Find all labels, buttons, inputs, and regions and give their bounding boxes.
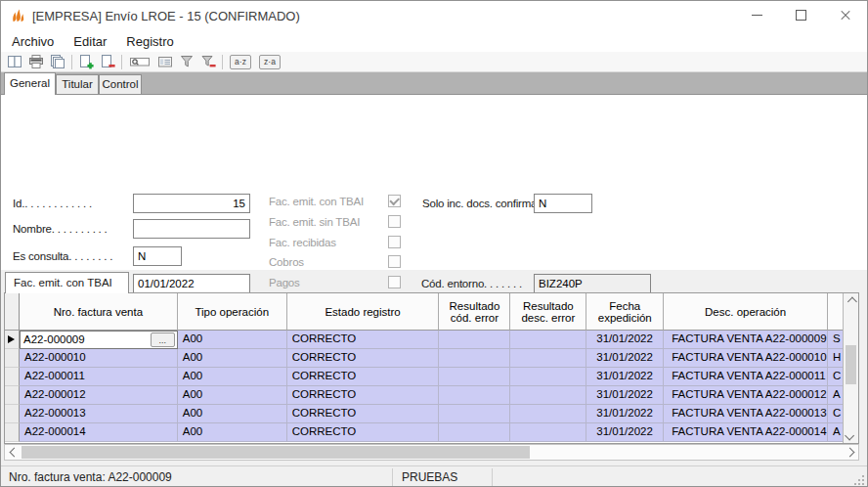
table-row[interactable]: A22-000012 A00 CORRECTO 31/01/2022 FACTU… (5, 386, 843, 405)
tab-general[interactable]: General (4, 72, 56, 95)
row-header[interactable] (5, 368, 20, 386)
add-record-icon[interactable] (75, 53, 97, 71)
remove-filter-icon[interactable] (197, 53, 219, 71)
lookup-ellipsis-button[interactable]: ... (151, 332, 175, 347)
maximize-button[interactable] (779, 1, 823, 29)
cell-estado[interactable]: CORRECTO (287, 331, 440, 349)
scroll-right-button[interactable] (842, 445, 857, 460)
es-consulta-field[interactable]: N (133, 246, 182, 266)
close-button[interactable] (823, 1, 867, 29)
cell-nro[interactable]: A22-000014 (20, 423, 178, 442)
col-fecha-expedicion[interactable]: Fecha expedición (586, 293, 664, 331)
cell-nro[interactable]: A22-000011 (20, 368, 178, 386)
cell-desc[interactable]: FACTURA VENTA A22-000014 (664, 423, 828, 442)
vertical-scroll-thumb[interactable] (846, 345, 856, 384)
print-icon[interactable] (25, 53, 47, 71)
table-row[interactable]: A22-000010 A00 CORRECTO 31/01/2022 FACTU… (5, 349, 843, 368)
cell-fecha[interactable]: 31/01/2022 (586, 331, 664, 349)
cell-desc[interactable]: FACTURA VENTA A22-000010 (664, 349, 828, 368)
scroll-up-button[interactable] (844, 293, 858, 309)
cell-desc[interactable]: FACTURA VENTA A22-000011 (664, 368, 828, 386)
cell-cod-error[interactable] (439, 423, 510, 442)
horizontal-scroll-thumb[interactable] (22, 446, 530, 459)
cell-partial[interactable]: A (828, 386, 843, 405)
cell-tipo[interactable]: A00 (178, 405, 287, 423)
col-resultado-cod-error[interactable]: Resultado cód. error (439, 293, 510, 331)
cell-partial[interactable]: C (828, 368, 843, 386)
cell-desc[interactable]: FACTURA VENTA A22-000012 (664, 386, 828, 405)
table-row[interactable]: A22-000011 A00 CORRECTO 31/01/2022 FACTU… (5, 368, 843, 386)
cell-estado[interactable]: CORRECTO (287, 386, 440, 405)
col-desc-operacion[interactable]: Desc. operación (664, 293, 828, 331)
cell-partial[interactable]: A (828, 423, 843, 442)
cell-nro[interactable]: A22-000012 (20, 386, 178, 405)
filter-icon[interactable] (176, 53, 197, 71)
horizontal-scrollbar[interactable] (4, 444, 859, 461)
cell-fecha[interactable]: 31/01/2022 (586, 386, 664, 405)
search-field-icon[interactable] (125, 53, 154, 71)
cell-estado[interactable]: CORRECTO (287, 349, 440, 368)
cell-desc-error[interactable] (510, 331, 586, 349)
row-header[interactable] (5, 405, 20, 423)
menu-registro[interactable]: Registro (116, 32, 183, 51)
menu-archivo[interactable]: Archivo (2, 32, 64, 51)
cell-tipo[interactable]: A00 (178, 349, 287, 368)
col-tipo-operacion[interactable]: Tipo operación (178, 293, 287, 331)
cell-partial[interactable]: H (828, 349, 843, 368)
minimize-button[interactable] (735, 1, 779, 29)
cell-fecha[interactable]: 31/01/2022 (586, 423, 664, 442)
cell-fecha[interactable]: 31/01/2022 (586, 405, 664, 423)
row-header[interactable] (5, 386, 20, 405)
scroll-down-button[interactable] (844, 427, 858, 443)
cell-cod-error[interactable] (439, 349, 510, 368)
cell-estado[interactable]: CORRECTO (287, 423, 440, 442)
id-field[interactable]: 15 (133, 194, 250, 213)
cell-nro[interactable]: A22-000010 (20, 349, 178, 368)
sort-descending-icon[interactable]: z·a (255, 53, 284, 71)
scroll-left-button[interactable] (6, 445, 22, 460)
cell-tipo[interactable]: A00 (178, 423, 287, 442)
col-estado-registro[interactable]: Estado registro (287, 293, 440, 331)
copy-pages-icon[interactable] (4, 53, 25, 71)
cell-desc-error[interactable] (510, 405, 586, 423)
cell-desc-error[interactable] (510, 349, 586, 368)
cell-desc[interactable]: FACTURA VENTA A22-000013 (664, 405, 828, 423)
duplicate-pages-icon[interactable] (47, 53, 68, 71)
cell-estado[interactable]: CORRECTO (287, 405, 440, 423)
row-header[interactable] (5, 349, 20, 368)
solo-inc-docs-field[interactable]: N (534, 194, 592, 213)
menu-editar[interactable]: Editar (64, 32, 116, 51)
col-resultado-desc-error[interactable]: Resultado desc. error (510, 293, 586, 331)
cell-tipo[interactable]: A00 (178, 386, 287, 405)
row-header[interactable] (5, 331, 20, 349)
cell-cod-error[interactable] (439, 386, 510, 405)
resize-grip[interactable] (853, 474, 865, 486)
detail-view-icon[interactable] (154, 53, 176, 71)
cell-partial[interactable]: S (828, 331, 843, 349)
table-row[interactable]: A22-000014 A00 CORRECTO 31/01/2022 FACTU… (5, 423, 843, 442)
cell-tipo[interactable]: A00 (178, 368, 287, 386)
cell-desc-error[interactable] (510, 423, 586, 442)
cell-fecha[interactable]: 31/01/2022 (586, 349, 664, 368)
cell-cod-error[interactable] (439, 368, 510, 386)
tab-titular[interactable]: Titular (56, 74, 99, 94)
cell-desc[interactable]: FACTURA VENTA A22-000009 (664, 331, 828, 349)
cell-partial[interactable]: C (828, 405, 843, 423)
col-partial[interactable] (828, 293, 843, 331)
cell-fecha[interactable]: 31/01/2022 (586, 368, 664, 386)
cell-cod-error[interactable] (439, 331, 510, 349)
grid-tab-fac-emit-con-tbai[interactable]: Fac. emit. con TBAI (5, 272, 129, 293)
cell-desc-error[interactable] (510, 368, 586, 386)
row-header[interactable] (5, 423, 20, 442)
table-row[interactable]: A22-000009... A00 CORRECTO 31/01/2022 FA… (5, 331, 843, 349)
col-nro-factura-venta[interactable]: Nro. factura venta (20, 293, 178, 331)
table-row[interactable]: A22-000013 A00 CORRECTO 31/01/2022 FACTU… (5, 405, 843, 423)
fecha-desde-field[interactable]: 01/01/2022 (133, 274, 250, 293)
nombre-field[interactable] (133, 219, 250, 239)
cell-desc-error[interactable] (510, 386, 586, 405)
cell-nro[interactable]: A22-000013 (20, 405, 178, 423)
cell-estado[interactable]: CORRECTO (287, 368, 440, 386)
cell-tipo[interactable]: A00 (178, 331, 287, 349)
cell-cod-error[interactable] (439, 405, 510, 423)
sort-ascending-icon[interactable]: a·z (226, 53, 255, 71)
